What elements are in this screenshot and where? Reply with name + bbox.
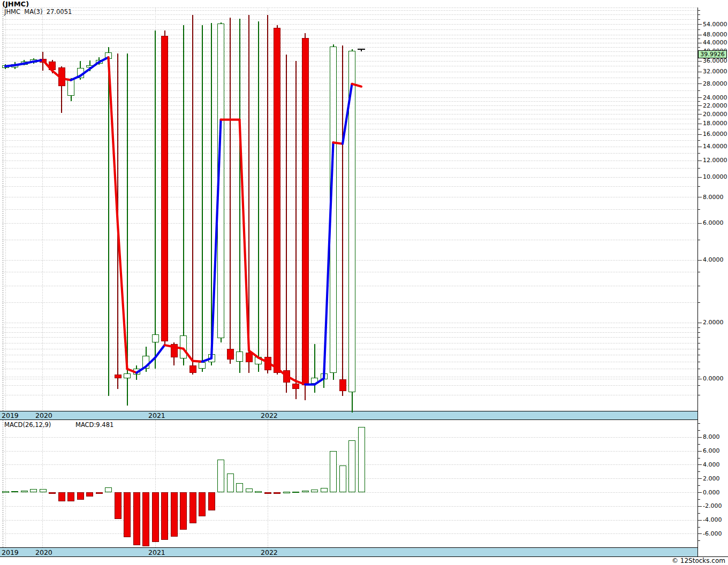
ma-line-segment — [343, 84, 352, 144]
copyright-link[interactable]: © 12Stocks.com — [672, 557, 725, 564]
ma-line-segment — [324, 142, 333, 378]
ma-line-segment — [5, 65, 15, 66]
ma-line-segment — [24, 62, 34, 64]
ma-line-segment — [90, 62, 100, 69]
ma-line-segment — [211, 120, 221, 358]
ma-line-segment — [80, 69, 90, 76]
last-price-badge: 39.9926 — [698, 50, 727, 58]
ma-line-segment — [136, 367, 146, 372]
ma-line-segment — [352, 84, 362, 87]
ma-line-segment — [259, 357, 268, 362]
ma-line-segment — [333, 142, 343, 143]
ma-line-segment — [71, 76, 81, 80]
ma-line-segment — [202, 358, 212, 362]
ma-line-segment — [296, 381, 306, 385]
ma-line-segment — [62, 79, 71, 80]
ma-line-segment — [52, 71, 62, 79]
ma-line-segment — [240, 120, 249, 350]
ma-line-segment — [174, 347, 184, 348]
ma-line-segment — [127, 369, 137, 372]
ma-line-segment — [43, 60, 52, 71]
ma-line — [0, 0, 728, 565]
ma-line-segment — [155, 345, 165, 357]
chart-page: (JHMC) JHMC MA(3) 27.0051 MACD(26,12,9) … — [0, 0, 728, 565]
ma-line-segment — [184, 349, 193, 361]
ma-line-segment — [249, 350, 259, 357]
ma-line-segment — [277, 368, 287, 376]
chart-canvas: 2019201920202020202120212022202254.00004… — [0, 0, 728, 565]
ma-line-segment — [99, 57, 109, 62]
ma-line-segment — [286, 376, 296, 381]
ma-line-segment — [118, 225, 127, 369]
ma-line-segment — [146, 357, 156, 367]
ma-line-segment — [268, 362, 277, 368]
ma-line-segment — [315, 378, 324, 384]
ma-line-segment — [165, 345, 175, 347]
ma-line-segment — [34, 60, 43, 62]
ma-line-segment — [109, 57, 118, 225]
ma-line-segment — [15, 64, 25, 65]
ma-line-segment — [193, 361, 202, 362]
